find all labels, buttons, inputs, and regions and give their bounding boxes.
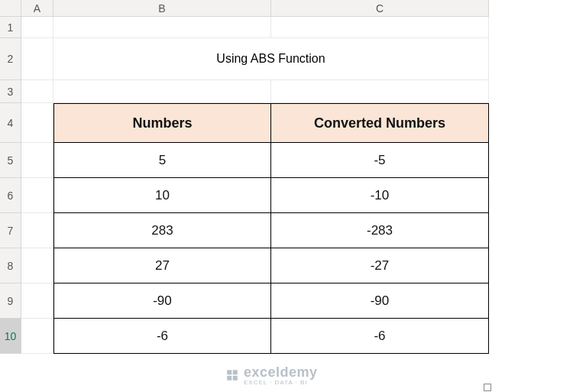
cell-c3[interactable] bbox=[271, 80, 489, 103]
title-cell[interactable]: Using ABS Function bbox=[53, 38, 489, 80]
row-header-3[interactable]: 3 bbox=[0, 80, 21, 103]
cell-a4[interactable] bbox=[21, 103, 53, 143]
row-header-1[interactable]: 1 bbox=[0, 17, 21, 38]
watermark-brand: exceldemy bbox=[244, 364, 318, 380]
watermark-sub: EXCEL · DATA · BI bbox=[244, 379, 318, 386]
cell-b7[interactable]: 283 bbox=[53, 213, 271, 248]
row-header-4[interactable]: 4 bbox=[0, 103, 21, 143]
select-all-corner[interactable] bbox=[0, 0, 21, 17]
row-header-6[interactable]: 6 bbox=[0, 178, 21, 213]
row-header-5[interactable]: 5 bbox=[0, 143, 21, 178]
cell-b1[interactable] bbox=[53, 17, 271, 38]
watermark: exceldemy EXCEL · DATA · BI bbox=[225, 364, 318, 386]
row-header-10[interactable]: 10 bbox=[0, 319, 21, 354]
row-header-7[interactable]: 7 bbox=[0, 213, 21, 248]
cell-c9[interactable]: -90 bbox=[271, 283, 489, 319]
cell-a7[interactable] bbox=[21, 213, 53, 248]
fill-handle-icon[interactable] bbox=[484, 384, 491, 391]
col-header-a[interactable]: A bbox=[21, 0, 53, 17]
cell-c5[interactable]: -5 bbox=[271, 143, 489, 178]
header-numbers[interactable]: Numbers bbox=[53, 103, 271, 143]
cell-a10[interactable] bbox=[21, 319, 53, 354]
cell-a1[interactable] bbox=[21, 17, 53, 38]
cell-a2[interactable] bbox=[21, 38, 53, 80]
cell-c7[interactable]: -283 bbox=[271, 213, 489, 248]
header-converted[interactable]: Converted Numbers bbox=[271, 103, 489, 143]
cell-c6[interactable]: -10 bbox=[271, 178, 489, 213]
cell-c1[interactable] bbox=[271, 17, 489, 38]
cell-a9[interactable] bbox=[21, 283, 53, 319]
cell-c10[interactable]: -6 bbox=[271, 319, 489, 354]
cell-a5[interactable] bbox=[21, 143, 53, 178]
cell-b10[interactable]: -6 bbox=[53, 319, 271, 354]
spreadsheet-grid: A B C 1 2 Using ABS Function 3 4 Numbers… bbox=[0, 0, 586, 354]
cell-c8[interactable]: -27 bbox=[271, 248, 489, 283]
logo-icon bbox=[225, 368, 239, 382]
cell-a3[interactable] bbox=[21, 80, 53, 103]
col-header-b[interactable]: B bbox=[53, 0, 271, 17]
cell-b3[interactable] bbox=[53, 80, 271, 103]
cell-a8[interactable] bbox=[21, 248, 53, 283]
col-header-c[interactable]: C bbox=[271, 0, 489, 17]
row-header-9[interactable]: 9 bbox=[0, 283, 21, 319]
row-header-2[interactable]: 2 bbox=[0, 38, 21, 80]
cell-b6[interactable]: 10 bbox=[53, 178, 271, 213]
cell-b5[interactable]: 5 bbox=[53, 143, 271, 178]
cell-a6[interactable] bbox=[21, 178, 53, 213]
row-header-8[interactable]: 8 bbox=[0, 248, 21, 283]
cell-b8[interactable]: 27 bbox=[53, 248, 271, 283]
cell-b9[interactable]: -90 bbox=[53, 283, 271, 319]
